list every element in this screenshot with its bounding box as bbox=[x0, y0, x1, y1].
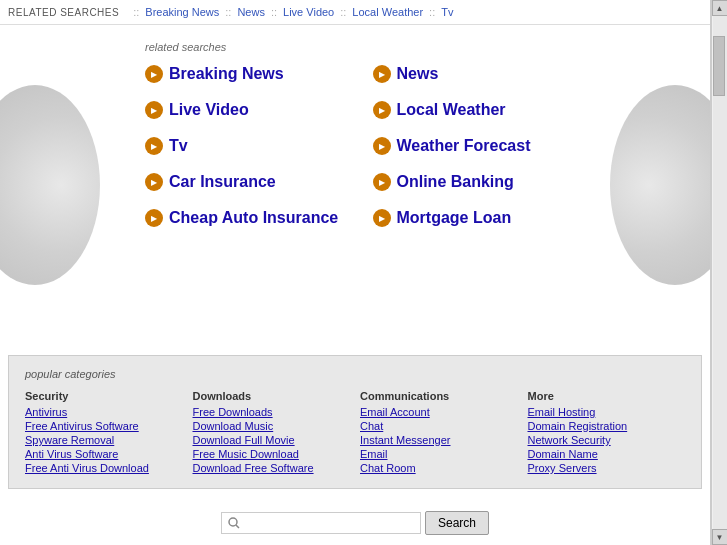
search-bar-section: Search bbox=[0, 499, 710, 545]
topnav-link-breaking-news[interactable]: Breaking News bbox=[145, 6, 219, 18]
cat-link-email-hosting[interactable]: Email Hosting bbox=[528, 406, 686, 418]
search-link-breaking-news[interactable]: Breaking News bbox=[169, 65, 284, 83]
search-input-wrapper bbox=[221, 512, 421, 534]
arrow-icon bbox=[145, 209, 163, 227]
category-heading-security: Security bbox=[25, 390, 183, 402]
search-link-weather-forecast[interactable]: Weather Forecast bbox=[397, 137, 531, 155]
search-link-item: Online Banking bbox=[373, 173, 591, 191]
categories-grid: Security Antivirus Free Antivirus Softwa… bbox=[25, 390, 685, 476]
search-link-item: Breaking News bbox=[145, 65, 363, 83]
cat-link-email[interactable]: Email bbox=[360, 448, 518, 460]
cat-link-free-music-download[interactable]: Free Music Download bbox=[193, 448, 351, 460]
scrollbar: ▲ ▼ bbox=[711, 0, 727, 545]
main-content: RELATED SEARCHES :: Breaking News :: New… bbox=[0, 0, 711, 545]
popular-categories-title: popular categories bbox=[25, 368, 685, 380]
category-heading-downloads: Downloads bbox=[193, 390, 351, 402]
search-links-grid: Breaking News News Live Video Local Weat… bbox=[145, 65, 590, 227]
arrow-icon bbox=[373, 209, 391, 227]
decorative-circle-right bbox=[610, 85, 711, 285]
svg-line-1 bbox=[236, 525, 239, 528]
cat-link-instant-messenger[interactable]: Instant Messenger bbox=[360, 434, 518, 446]
arrow-icon bbox=[145, 137, 163, 155]
related-searches-label: RELATED SEARCHES bbox=[8, 7, 119, 18]
search-link-item: Car Insurance bbox=[145, 173, 363, 191]
search-link-live-video[interactable]: Live Video bbox=[169, 101, 249, 119]
cat-link-free-antivirus[interactable]: Free Antivirus Software bbox=[25, 420, 183, 432]
search-link-item: Mortgage Loan bbox=[373, 209, 591, 227]
scroll-thumb[interactable] bbox=[713, 36, 725, 96]
cat-link-download-full-movie[interactable]: Download Full Movie bbox=[193, 434, 351, 446]
cat-link-download-free-software[interactable]: Download Free Software bbox=[193, 462, 351, 474]
search-link-item: Weather Forecast bbox=[373, 137, 591, 155]
category-col-more: More Email Hosting Domain Registration N… bbox=[528, 390, 686, 476]
category-col-communications: Communications Email Account Chat Instan… bbox=[360, 390, 518, 476]
category-heading-communications: Communications bbox=[360, 390, 518, 402]
cat-link-download-music[interactable]: Download Music bbox=[193, 420, 351, 432]
related-searches-section: related searches Breaking News News Live… bbox=[0, 25, 710, 345]
top-nav: RELATED SEARCHES :: Breaking News :: New… bbox=[0, 0, 710, 25]
search-button[interactable]: Search bbox=[425, 511, 489, 535]
scroll-up-arrow[interactable]: ▲ bbox=[712, 0, 728, 16]
scroll-down-arrow[interactable]: ▼ bbox=[712, 529, 728, 545]
cat-link-spyware[interactable]: Spyware Removal bbox=[25, 434, 183, 446]
cat-link-free-downloads[interactable]: Free Downloads bbox=[193, 406, 351, 418]
search-link-mortgage-loan[interactable]: Mortgage Loan bbox=[397, 209, 512, 227]
category-heading-more: More bbox=[528, 390, 686, 402]
cat-link-antivirus[interactable]: Antivirus bbox=[25, 406, 183, 418]
cat-link-free-anti-virus-download[interactable]: Free Anti Virus Download bbox=[25, 462, 183, 474]
popular-categories-section: popular categories Security Antivirus Fr… bbox=[8, 355, 702, 489]
arrow-icon bbox=[145, 65, 163, 83]
svg-point-0 bbox=[229, 518, 237, 526]
search-input[interactable] bbox=[244, 516, 414, 530]
cat-link-chat[interactable]: Chat bbox=[360, 420, 518, 432]
page-wrapper: RELATED SEARCHES :: Breaking News :: New… bbox=[0, 0, 727, 545]
cat-link-network-security[interactable]: Network Security bbox=[528, 434, 686, 446]
category-col-security: Security Antivirus Free Antivirus Softwa… bbox=[25, 390, 183, 476]
search-link-item: News bbox=[373, 65, 591, 83]
search-link-local-weather[interactable]: Local Weather bbox=[397, 101, 506, 119]
search-link-car-insurance[interactable]: Car Insurance bbox=[169, 173, 276, 191]
cat-link-chat-room[interactable]: Chat Room bbox=[360, 462, 518, 474]
topnav-link-news[interactable]: News bbox=[237, 6, 265, 18]
search-link-item: Local Weather bbox=[373, 101, 591, 119]
search-link-item: Cheap Auto Insurance bbox=[145, 209, 363, 227]
topnav-link-tv[interactable]: Tv bbox=[441, 6, 453, 18]
arrow-icon bbox=[145, 101, 163, 119]
topnav-link-live-video[interactable]: Live Video bbox=[283, 6, 334, 18]
related-searches-title: related searches bbox=[145, 41, 710, 53]
scroll-track bbox=[713, 16, 727, 529]
search-icon bbox=[228, 517, 240, 529]
arrow-icon bbox=[373, 65, 391, 83]
arrow-icon bbox=[373, 101, 391, 119]
arrow-icon bbox=[373, 137, 391, 155]
cat-link-domain-registration[interactable]: Domain Registration bbox=[528, 420, 686, 432]
search-link-tv[interactable]: Tv bbox=[169, 137, 188, 155]
cat-link-proxy-servers[interactable]: Proxy Servers bbox=[528, 462, 686, 474]
category-col-downloads: Downloads Free Downloads Download Music … bbox=[193, 390, 351, 476]
search-link-item: Live Video bbox=[145, 101, 363, 119]
search-link-item: Tv bbox=[145, 137, 363, 155]
decorative-circle-left bbox=[0, 85, 100, 285]
arrow-icon bbox=[373, 173, 391, 191]
search-link-news[interactable]: News bbox=[397, 65, 439, 83]
cat-link-domain-name[interactable]: Domain Name bbox=[528, 448, 686, 460]
arrow-icon bbox=[145, 173, 163, 191]
topnav-link-local-weather[interactable]: Local Weather bbox=[352, 6, 423, 18]
cat-link-anti-virus[interactable]: Anti Virus Software bbox=[25, 448, 183, 460]
search-link-online-banking[interactable]: Online Banking bbox=[397, 173, 514, 191]
cat-link-email-account[interactable]: Email Account bbox=[360, 406, 518, 418]
search-link-cheap-auto-insurance[interactable]: Cheap Auto Insurance bbox=[169, 209, 338, 227]
